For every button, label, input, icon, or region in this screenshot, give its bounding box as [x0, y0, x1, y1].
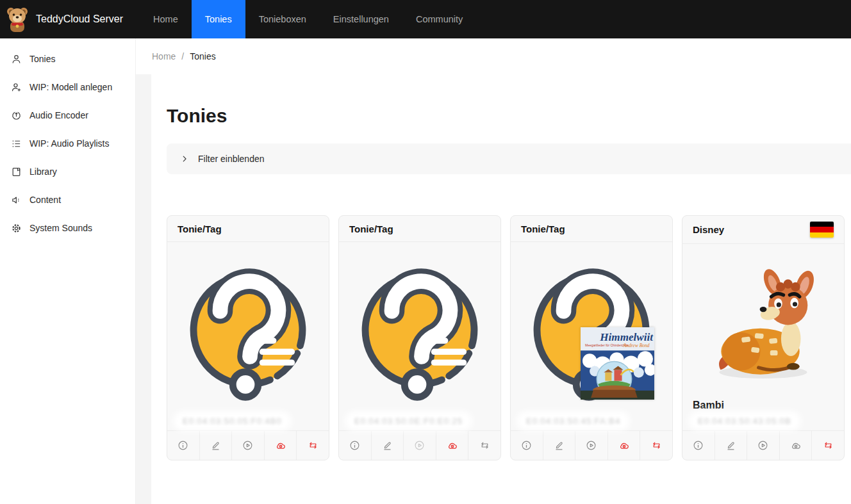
sidebar-item-content[interactable]: Content: [0, 186, 135, 214]
filter-toggle[interactable]: Filter einblenden: [167, 143, 851, 174]
sidebar-item-label: Audio Encoder: [29, 110, 88, 120]
info-button[interactable]: [682, 431, 715, 460]
brand-title: TeddyCloud Server: [36, 13, 123, 25]
tonie-card: Tonie/Tag E0:04:03:50:0E:F0:E0:25: [338, 215, 501, 460]
sidebar-item-label: System Sounds: [29, 223, 92, 233]
bambi-tonie-image: [682, 244, 844, 402]
sidebar-item-modell-anlegen[interactable]: WIP: Modell anlegen: [0, 73, 135, 101]
cover-subtitle: Meegartlieder für Chinderchile: [585, 343, 629, 347]
retweet-button[interactable]: [811, 431, 844, 460]
sidebar-item-label: WIP: Audio Playlists: [29, 138, 110, 149]
sidebar-item-label: WIP: Modell anlegen: [29, 82, 112, 92]
german-flag-icon: [810, 222, 834, 238]
teddy-bear-icon: [5, 6, 29, 33]
filter-toggle-label: Filter einblenden: [198, 154, 265, 164]
unknown-tonie-image: [339, 242, 500, 411]
sidebar-item-label: Library: [29, 167, 57, 177]
sidebar-item-tonies[interactable]: Tonies: [0, 45, 135, 73]
play-button[interactable]: [403, 431, 436, 460]
user-icon: [11, 54, 22, 65]
card-actions: [682, 430, 844, 460]
brand-home-link[interactable]: TeddyCloud Server: [0, 0, 140, 38]
nav-item-home[interactable]: Home: [140, 0, 192, 38]
cloud-sync-button[interactable]: [779, 431, 812, 460]
card-category: Tonie/Tag: [349, 224, 393, 234]
edit-button[interactable]: [715, 431, 747, 460]
tonie-uid-redacted: E0:04:03:50:05:F0:4B0: [178, 416, 287, 427]
upload-circle-icon: [11, 110, 22, 121]
tonie-card: Tonie/Tag E0:04:03:50:05:F0:4B0: [167, 215, 329, 460]
gear-icon: [11, 223, 22, 234]
cloud-sync-button[interactable]: [607, 431, 640, 460]
nav-item-einstellungen[interactable]: Einstellungen: [320, 0, 402, 38]
card-actions: [511, 430, 672, 460]
play-button[interactable]: [231, 431, 264, 460]
breadcrumb-current: Tonies: [190, 51, 215, 61]
play-button[interactable]: [575, 431, 607, 460]
tonie-uid-redacted: E0:04:03:50:45:FA:B4: [521, 416, 625, 427]
cloud-sync-button[interactable]: [436, 431, 468, 460]
nav-item-tonieboxen[interactable]: Tonieboxen: [245, 0, 320, 38]
edit-button[interactable]: [371, 431, 404, 460]
card-category: Disney: [693, 224, 724, 235]
sidebar-item-audio-playlists[interactable]: WIP: Audio Playlists: [0, 129, 135, 158]
tonie-uid-redacted: E0:04:03:50:43:05:0B: [693, 416, 797, 427]
content-panel: Tonies Filter einblenden Tonie/Tag E0:04…: [151, 74, 851, 504]
cover-title: Himmelwiit: [599, 331, 654, 343]
info-button[interactable]: [511, 431, 543, 460]
nav-item-community[interactable]: Community: [402, 0, 476, 38]
cover-author: Andrew Bond: [623, 343, 650, 348]
card-category: Tonie/Tag: [521, 224, 565, 234]
tonie-card-grid: Tonie/Tag E0:04:03:50:05:F0:4B0: [167, 215, 851, 460]
card-category: Tonie/Tag: [178, 224, 222, 234]
tonie-card: Disney: [682, 215, 845, 460]
breadcrumb-separator: /: [181, 51, 184, 61]
sidebar-item-audio-encoder[interactable]: Audio Encoder: [0, 101, 135, 129]
top-navbar: TeddyCloud Server Home Tonies Tonieboxen…: [0, 0, 851, 38]
main-menu: Home Tonies Tonieboxen Einstellungen Com…: [140, 0, 476, 38]
card-actions: [339, 430, 500, 460]
sound-icon: [11, 195, 22, 206]
sidebar-item-label: Tonies: [29, 54, 55, 64]
book-icon: [11, 167, 22, 177]
breadcrumb-home[interactable]: Home: [152, 51, 176, 61]
tonie-uid-redacted: E0:04:03:50:0E:F0:E0:25: [349, 416, 468, 427]
breadcrumb: Home / Tonies: [136, 38, 851, 74]
sidebar-item-system-sounds[interactable]: System Sounds: [0, 214, 135, 242]
tonie-card: Tonie/Tag: [510, 215, 673, 460]
edit-button[interactable]: [543, 431, 575, 460]
retweet-button[interactable]: [296, 431, 329, 460]
nav-item-tonies[interactable]: Tonies: [192, 0, 245, 38]
retweet-button[interactable]: [640, 431, 672, 460]
info-button[interactable]: [167, 431, 199, 460]
card-actions: [167, 430, 329, 460]
page-title: Tonies: [167, 105, 851, 127]
edit-button[interactable]: [199, 431, 232, 460]
retweet-button[interactable]: [468, 431, 500, 460]
user-add-icon: [11, 82, 22, 93]
sidebar-item-library[interactable]: Library: [0, 158, 135, 186]
sidebar: Tonies WIP: Modell anlegen Audio Encoder…: [0, 38, 136, 504]
unknown-tonie-image: [167, 242, 329, 411]
sidebar-item-label: Content: [29, 195, 61, 205]
play-button[interactable]: [747, 431, 779, 460]
unordered-list-icon: [11, 138, 22, 149]
tonie-title: Bambi: [682, 400, 844, 411]
info-button[interactable]: [339, 431, 371, 460]
album-cover-himmelwiit: Himmelwiit Meegartlieder für Chinderchil…: [581, 327, 654, 400]
chevron-right-icon: [180, 154, 189, 163]
cloud-sync-button[interactable]: [264, 431, 297, 460]
